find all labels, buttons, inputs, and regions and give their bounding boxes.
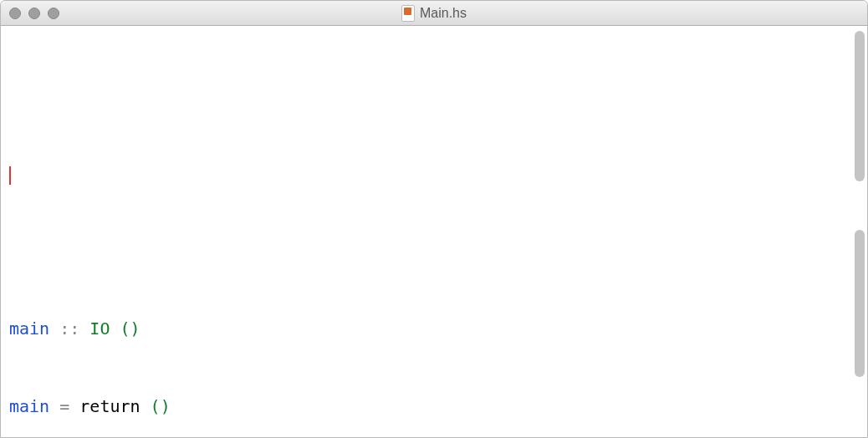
code-line-1: main :: IO () (9, 316, 859, 342)
editor-area: main :: IO () main = return () · ·· ·· ·… (1, 26, 867, 438)
code-line-2: main = return () (9, 394, 859, 420)
scrollbar-repl[interactable] (855, 230, 865, 377)
source-buffer[interactable]: main :: IO () main = return () · ·· ·· · (1, 26, 867, 438)
identifier-main: main (9, 318, 49, 339)
zoom-icon[interactable] (48, 8, 59, 19)
window-title: Main.hs (420, 6, 467, 21)
traffic-lights (9, 8, 59, 19)
type-io: IO (89, 318, 110, 339)
minimize-icon[interactable] (28, 8, 40, 19)
unit-type: () (110, 318, 140, 339)
text-cursor (9, 166, 11, 185)
unit-value: () (140, 396, 171, 416)
window-titlebar: Main.hs (1, 1, 867, 26)
type-sep: :: (49, 318, 89, 339)
identifier-main: main (9, 396, 49, 416)
identifier-return: return (79, 396, 140, 416)
scrollbar-source[interactable] (855, 31, 865, 181)
file-icon (401, 5, 415, 22)
cursor-line (9, 160, 859, 186)
close-icon[interactable] (9, 8, 21, 19)
title-center: Main.hs (1, 5, 867, 22)
equals: = (49, 396, 79, 416)
